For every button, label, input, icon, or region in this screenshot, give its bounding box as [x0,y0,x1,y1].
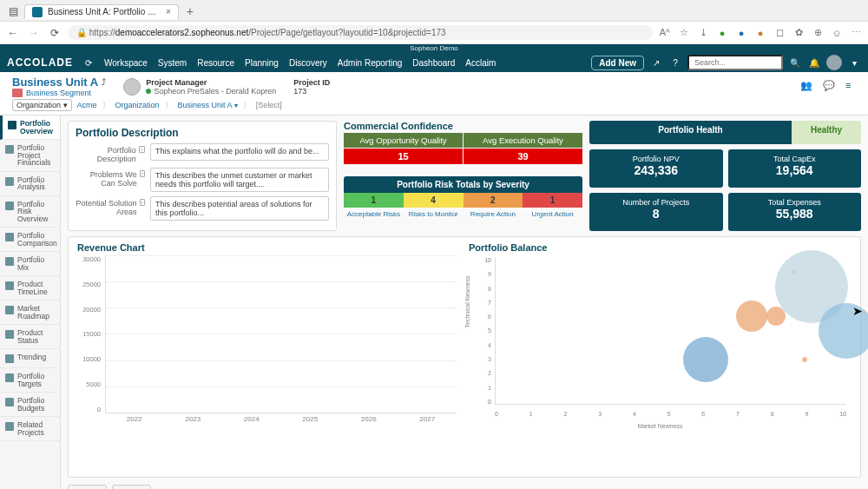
bubble[interactable] [736,301,767,332]
browser-tab[interactable]: Business Unit A: Portfolio Ove… × [24,4,179,19]
sidebar-item-product-status[interactable]: Product Status [0,325,60,349]
org-tree-icon[interactable]: 👥 [800,80,814,94]
new-tab-button[interactable]: + [182,3,198,19]
help-icon[interactable]: ? [668,56,682,69]
brand: ACCOLADE [7,56,73,69]
sidebar-item-portfolio-comparison[interactable]: Portfolio Comparison [0,228,60,252]
apply-button[interactable]: Apply [68,485,107,489]
menu-planning[interactable]: Planning [245,58,279,68]
project-id-value: 173 [293,87,330,96]
revenue-chart-title: Revenue Chart [77,242,460,253]
sidebar-item-portfolio-budgets[interactable]: Portfolio Budgets [0,393,60,417]
project-id-label: Project ID [293,78,330,87]
favorites-bar-icon[interactable]: ✿ [792,26,806,40]
sidebar-item-portfolio-overview[interactable]: Portfolio Overview [0,116,60,140]
kpi-panel: Portfolio Health Healthy Portfolio NPV 2… [589,121,861,231]
health-label: Portfolio Health [589,121,792,144]
tab-title: Business Unit A: Portfolio Ove… [48,7,161,17]
bell-icon[interactable]: 🔔 [807,56,821,69]
risk-lbl-1[interactable]: Risks to Monitor [404,208,464,221]
sidebar: Portfolio OverviewPortfolio Project Fina… [0,116,61,489]
crumb-root[interactable]: Acme [77,101,97,109]
sidebar-item-market-roadmap[interactable]: Market Roadmap [0,301,60,325]
chat-icon[interactable]: 💬 [823,80,837,94]
bubble[interactable] [802,357,807,362]
demo-banner: Sopheon Demo [0,44,868,53]
sidebar-item-portfolio-risk-overview[interactable]: Portfolio Risk Overview [0,196,60,228]
bubble[interactable] [683,337,728,382]
ext-4-icon[interactable]: ◻ [773,26,786,40]
chrome-aa-icon[interactable]: Aᴬ [658,26,672,40]
ext-3-icon[interactable]: ● [753,26,767,40]
sidebar-icon [5,373,14,382]
window-menu-icon[interactable]: ▤ [5,3,21,19]
ext-2-icon[interactable]: ● [734,26,748,40]
risk-lbl-2[interactable]: Require Action [464,208,523,221]
address-bar[interactable]: 🔒 https://demoaccelerators2.sopheonus.ne… [68,25,653,40]
refresh-icon[interactable]: ⟳ [47,25,62,41]
favorite-icon[interactable]: ☆ [677,26,691,40]
add-new-button[interactable]: Add New [591,56,644,70]
menu-dashboard[interactable]: Dashboard [412,58,455,68]
ext-1-icon[interactable]: ● [715,26,729,40]
sidebar-item-portfolio-analysis[interactable]: Portfolio Analysis [0,172,60,196]
desc-label: Potential Solution Areasi [76,196,145,216]
desc-value[interactable]: This explains what the portfolio will do… [150,143,329,161]
desc-label: Problems We Can Solvei [76,168,145,188]
kpi-projects: Number of Projects 8 [589,193,723,231]
risk-lbl-3[interactable]: Urgent Action [523,208,582,221]
info-icon[interactable]: i [140,199,145,206]
risk-val-0: 1 [344,193,404,208]
search-input[interactable] [687,55,783,70]
segment-label: Business Segment [26,89,91,97]
profile-icon[interactable]: ☺ [830,26,844,40]
collections-icon[interactable]: ⊕ [811,26,825,40]
share-icon[interactable]: ⤴ [102,77,106,87]
sidebar-item-related-projects[interactable]: Related Projects [0,417,60,441]
segment-icon [12,89,23,97]
sync-icon[interactable]: ⤓ [696,26,710,40]
info-icon[interactable]: i [139,146,145,153]
collapse-sidebar-icon[interactable]: « [0,486,60,489]
reset-button[interactable]: Reset [112,485,152,489]
confidence-title: Commercial Confidence [344,121,582,131]
info-icon[interactable]: i [140,170,145,177]
more-icon[interactable]: ⋯ [849,26,863,40]
sidebar-item-portfolio-targets[interactable]: Portfolio Targets [0,368,60,393]
bubble[interactable] [819,303,868,359]
more-list-icon[interactable]: ≡ [845,80,859,94]
crumb-l1[interactable]: Organization [115,101,160,109]
risk-lbl-0[interactable]: Acceptable Risks [344,208,404,221]
user-avatar[interactable] [826,55,842,70]
user-menu-chevron-icon[interactable]: ▾ [847,56,861,69]
sidebar-icon [5,306,14,314]
balance-ylabel: Technical Newness [464,276,470,328]
menu-acclaim[interactable]: Acclaim [465,58,496,68]
sidebar-item-product-timeline[interactable]: Product TimeLine [0,276,60,301]
desc-value[interactable]: This describes the unmet customer or mar… [150,168,329,192]
confidence-panel: Commercial Confidence Avg Opportunity Qu… [344,121,582,231]
back-icon[interactable]: ← [5,25,21,41]
menu-workspace[interactable]: Workspace [104,58,148,68]
org-select[interactable]: Organization ▾ [12,99,72,111]
refresh-app-icon[interactable]: ⟳ [82,56,95,69]
menu-system[interactable]: System [158,58,187,68]
crumb-select[interactable]: [Select] [256,101,282,109]
desc-label: Portfolio Descriptioni [76,143,145,163]
crumb-l2[interactable]: Business Unit A [178,101,238,109]
menu-discovery[interactable]: Discovery [289,58,327,68]
sidebar-icon [5,330,14,339]
page-title: Business Unit A [12,76,98,89]
sidebar-item-portfolio-mix[interactable]: Portfolio Mix [0,252,60,276]
nav-local-icon[interactable]: ↗ [649,56,663,69]
sidebar-icon [5,398,14,406]
notify-search-icon[interactable]: 🔍 [788,56,802,69]
menu-admin-reporting[interactable]: Admin Reporting [338,58,402,68]
menu-resource[interactable]: Resource [197,58,234,68]
sidebar-item-portfolio-project-financials[interactable]: Portfolio Project Financials [0,140,60,172]
close-tab-icon[interactable]: × [166,7,171,17]
cc-val-1: 39 [464,149,582,164]
desc-value[interactable]: This describes potential areas of soluti… [150,196,329,221]
sidebar-item-trending[interactable]: Trending [0,349,60,368]
revenue-chart: Revenue Chart 05000100001500020000250003… [77,242,460,475]
